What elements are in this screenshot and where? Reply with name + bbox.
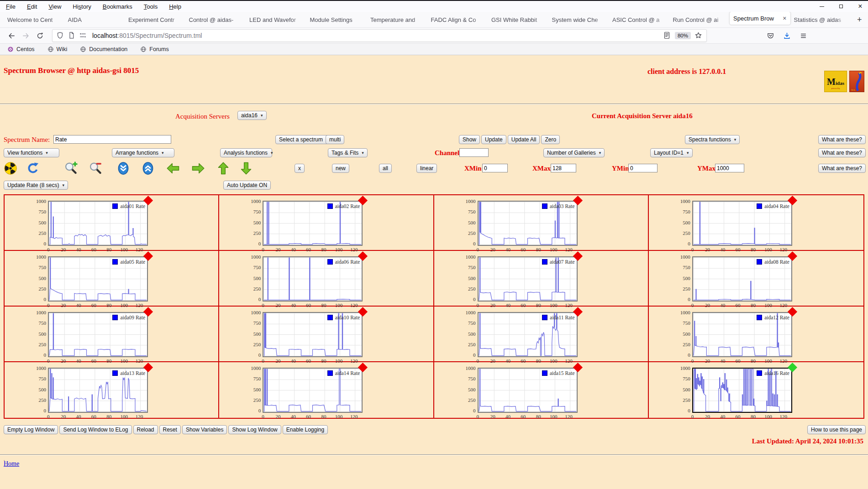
plot-area-aida03[interactable]: aida03 Rate: [478, 201, 578, 246]
tab-temperature-and[interactable]: Temperature and: [367, 12, 427, 27]
gallery-cell-aida12[interactable]: 02505007501000020406080100120aida12 Rate: [649, 307, 863, 362]
ymin-input[interactable]: [628, 164, 658, 172]
gallery-cell-aida04[interactable]: 02505007501000020406080100120aida04 Rate: [649, 195, 863, 251]
what-are-these-button-3[interactable]: What are these?: [818, 164, 866, 173]
new-tab-button[interactable]: +: [857, 15, 862, 25]
plot-area-aida01[interactable]: aida01 Rate: [48, 201, 148, 246]
xmax-input[interactable]: [551, 164, 576, 172]
scroll-down-icon[interactable]: [116, 161, 130, 175]
reload-icon[interactable]: [34, 30, 46, 42]
tcl-logo[interactable]: TCL: [849, 71, 864, 92]
menu-tools[interactable]: Tools: [144, 3, 158, 10]
ymax-input[interactable]: [715, 164, 744, 172]
plot-area-aida05[interactable]: aida05 Rate: [48, 256, 148, 302]
plot-area-aida04[interactable]: aida04 Rate: [692, 201, 792, 246]
x-button[interactable]: x: [295, 164, 305, 173]
select-spectrum-select[interactable]: Select a spectrum: [275, 135, 332, 144]
tab-statistics-aidas[interactable]: Statistics @ aidas: [790, 12, 851, 27]
tab-welcome-to-cent[interactable]: Welcome to Cent: [4, 12, 64, 27]
view-functions-select[interactable]: View functions: [4, 148, 59, 157]
gallery-cell-aida16[interactable]: 02505007501000020406080100120aida16 Rate: [649, 362, 863, 418]
gallery-cell-aida11[interactable]: 02505007501000020406080100120aida11 Rate: [434, 307, 649, 362]
back-icon[interactable]: [5, 30, 17, 42]
zero-button[interactable]: Zero: [541, 135, 560, 144]
plot-area-aida13[interactable]: aida13 Rate: [48, 368, 148, 413]
reset-button[interactable]: Reset: [159, 425, 181, 434]
bookmark-documentation[interactable]: Documentation: [80, 46, 127, 52]
plot-area-aida10[interactable]: aida10 Rate: [263, 312, 363, 357]
tab-asic-control-a[interactable]: ASIC Control @ a: [609, 12, 669, 27]
channel-input[interactable]: [459, 148, 489, 157]
send-log-window-to-elog-button[interactable]: Send Log Window to ELog: [59, 425, 132, 434]
tab-led-and-wavefor[interactable]: LED and Wavefor: [246, 12, 306, 27]
gallery-cell-aida14[interactable]: 02505007501000020406080100120aida14 Rate: [219, 362, 434, 418]
gallery-cell-aida06[interactable]: 02505007501000020406080100120aida06 Rate: [219, 251, 434, 307]
bookmark-centos[interactable]: Centos: [7, 46, 35, 52]
plot-area-aida02[interactable]: aida02 Rate: [263, 201, 363, 246]
menu-history[interactable]: History: [73, 3, 91, 10]
reader-mode-icon[interactable]: [663, 31, 671, 40]
tab-fadc-align-co[interactable]: FADC Align & Co: [427, 12, 488, 27]
show-variables-button[interactable]: Show Variables: [182, 425, 227, 434]
plot-area-aida11[interactable]: aida11 Rate: [478, 312, 578, 357]
show-button[interactable]: Show: [459, 135, 480, 144]
number-of-galleries-select[interactable]: Number of Galleries: [543, 148, 605, 157]
tab-gsi-white-rabbit[interactable]: GSI White Rabbit: [488, 12, 548, 27]
enable-logging-button[interactable]: Enable Logging: [283, 425, 328, 434]
plot-area-aida15[interactable]: aida15 Rate: [478, 368, 578, 413]
menu-edit[interactable]: Edit: [27, 3, 37, 10]
all-button[interactable]: all: [379, 164, 392, 173]
plot-area-aida07[interactable]: aida07 Rate: [478, 256, 578, 302]
menu-file[interactable]: File: [6, 3, 16, 10]
show-log-window-button[interactable]: Show Log Window: [228, 425, 281, 434]
tab-system-wide-che[interactable]: System wide Che: [548, 12, 609, 27]
empty-log-window-button[interactable]: Empty Log Window: [4, 425, 58, 434]
zoom-out-icon[interactable]: [89, 161, 102, 175]
zoom-level-badge[interactable]: 80%: [675, 32, 691, 39]
spectrum-name-input[interactable]: [53, 135, 171, 144]
shield-icon[interactable]: [56, 31, 64, 40]
auto-update-button[interactable]: Auto Update ON: [223, 181, 271, 190]
midas-logo[interactable]: Midas powered by: [824, 71, 847, 92]
spectra-functions-select[interactable]: Spectra functions: [685, 135, 740, 144]
maximize-icon[interactable]: [838, 3, 844, 10]
tags-fits-select[interactable]: Tags & Fits: [328, 148, 368, 157]
gallery-cell-aida15[interactable]: 02505007501000020406080100120aida15 Rate: [434, 362, 649, 418]
gallery-cell-aida05[interactable]: 02505007501000020406080100120aida05 Rate: [5, 251, 219, 307]
tab-run-control-ai[interactable]: Run Control @ ai: [669, 12, 730, 27]
tab-experiment-contr[interactable]: Experiment Contr: [125, 12, 185, 27]
menu-view[interactable]: View: [48, 3, 61, 10]
update-all-button[interactable]: Update All: [508, 135, 540, 144]
gallery-cell-aida13[interactable]: 02505007501000020406080100120aida13 Rate: [5, 362, 219, 418]
url-text[interactable]: localhost:8015/Spectrum/Spectrum.tml: [92, 32, 663, 39]
plot-area-aida14[interactable]: aida14 Rate: [263, 368, 363, 413]
reload-button[interactable]: Reload: [133, 425, 158, 434]
plot-area-aida12[interactable]: aida12 Rate: [692, 312, 792, 357]
url-bar[interactable]: localhost:8015/Spectrum/Spectrum.tml 80%: [52, 29, 707, 42]
arrow-down-icon[interactable]: [239, 161, 253, 175]
home-link[interactable]: Home: [4, 460, 19, 468]
forward-icon[interactable]: [20, 30, 32, 42]
gallery-cell-aida09[interactable]: 02505007501000020406080100120aida09 Rate: [5, 307, 219, 362]
plot-area-aida09[interactable]: aida09 Rate: [48, 312, 148, 357]
arrange-functions-select[interactable]: Arrange functions: [112, 148, 174, 157]
tab-spectrum-brow[interactable]: Spectrum Brow: [730, 12, 790, 25]
linear-button[interactable]: linear: [416, 164, 437, 173]
bookmark-star-icon[interactable]: [694, 31, 703, 40]
tab-close-icon[interactable]: [781, 15, 786, 22]
tab-control-aidas[interactable]: Control @ aidas-: [185, 12, 246, 27]
arrow-left-icon[interactable]: [166, 161, 180, 175]
update-button[interactable]: Update: [481, 135, 506, 144]
pocket-icon[interactable]: [764, 30, 776, 42]
switch-icon[interactable]: [79, 31, 87, 40]
radioactive-icon[interactable]: [4, 161, 17, 175]
plot-area-aida16[interactable]: aida16 Rate: [692, 368, 792, 413]
arrow-right-icon[interactable]: [191, 161, 205, 175]
bookmark-wiki[interactable]: Wiki: [47, 46, 68, 52]
menu-help[interactable]: Help: [169, 3, 181, 10]
zoom-in-icon[interactable]: [64, 161, 78, 175]
page-icon[interactable]: [68, 31, 76, 40]
minimize-icon[interactable]: [819, 3, 825, 10]
update-rate-select[interactable]: Update Rate (8 secs): [4, 181, 68, 190]
arrow-up-icon[interactable]: [216, 161, 230, 175]
